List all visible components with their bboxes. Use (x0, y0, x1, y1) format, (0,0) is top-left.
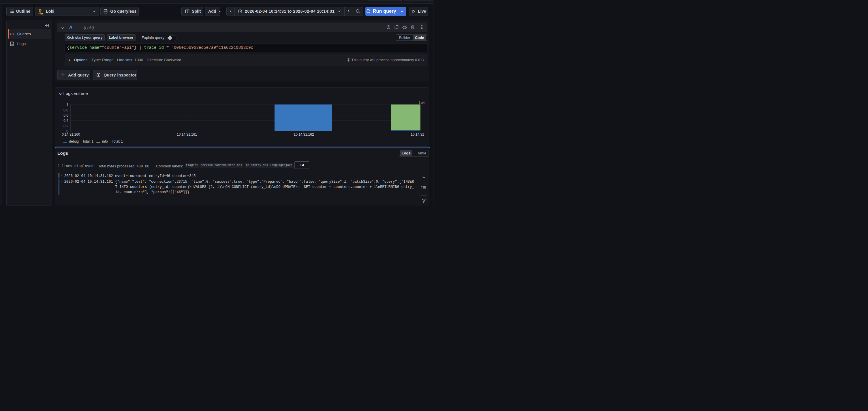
svg-text:LOG: LOG (104, 11, 107, 12)
svg-text:LOG: LOG (11, 43, 14, 45)
